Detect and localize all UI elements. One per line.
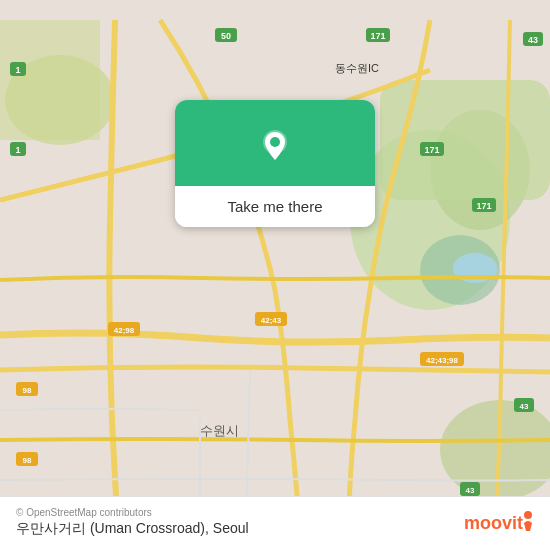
take-me-there-button[interactable]: Take me there: [175, 186, 375, 227]
map-svg: 50 171 43 동수원IC 171 171 42;43 42;98 42;4…: [0, 0, 550, 550]
location-info: © OpenStreetMap contributors 우만사거리 (Uman…: [16, 507, 249, 538]
svg-point-42: [524, 511, 532, 519]
svg-text:42;43;98: 42;43;98: [426, 356, 459, 365]
svg-text:수원시: 수원시: [200, 423, 239, 438]
svg-text:43: 43: [466, 486, 475, 495]
svg-text:1: 1: [15, 145, 20, 155]
svg-point-40: [270, 137, 280, 147]
moovit-logo-svg: moovit: [464, 509, 534, 537]
attribution: © OpenStreetMap contributors: [16, 507, 249, 518]
svg-text:1: 1: [15, 65, 20, 75]
svg-text:171: 171: [424, 145, 439, 155]
svg-text:98: 98: [23, 456, 32, 465]
moovit-logo: moovit: [464, 509, 534, 537]
svg-text:42;98: 42;98: [114, 326, 135, 335]
svg-text:50: 50: [221, 31, 231, 41]
svg-text:42;43: 42;43: [261, 316, 282, 325]
location-name: 우만사거리 (Uman Crossroad), Seoul: [16, 520, 249, 538]
svg-text:43: 43: [520, 402, 529, 411]
map-container: 50 171 43 동수원IC 171 171 42;43 42;98 42;4…: [0, 0, 550, 550]
svg-text:171: 171: [476, 201, 491, 211]
svg-text:171: 171: [370, 31, 385, 41]
svg-text:moovit: moovit: [464, 513, 523, 533]
location-pin-icon: [257, 128, 293, 164]
svg-text:동수원IC: 동수원IC: [335, 62, 379, 74]
bottom-bar: © OpenStreetMap contributors 우만사거리 (Uman…: [0, 496, 550, 550]
svg-rect-3: [380, 80, 550, 200]
action-card: Take me there: [175, 100, 375, 227]
svg-text:43: 43: [528, 35, 538, 45]
svg-rect-7: [0, 20, 100, 140]
card-top: [175, 100, 375, 186]
svg-text:98: 98: [23, 386, 32, 395]
